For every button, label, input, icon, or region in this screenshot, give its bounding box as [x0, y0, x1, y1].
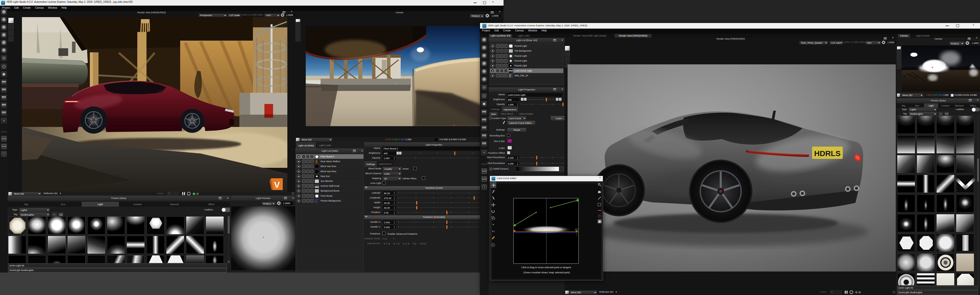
svg-text:Click & drag to move selected: Click & drag to move selected point or t… [522, 266, 571, 269]
svg-text:V: V [274, 180, 280, 190]
svg-text:HDRLS: HDRLS [814, 149, 840, 158]
